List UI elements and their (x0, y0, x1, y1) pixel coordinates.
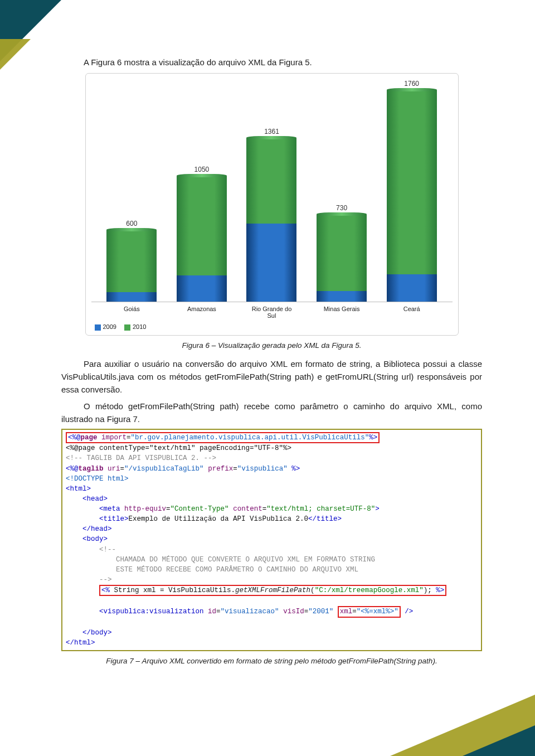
x-label: Ceará (387, 306, 437, 319)
paragraph-3: O método getFromFilePath(String path) re… (61, 400, 482, 426)
bar-goiás: 600 (106, 230, 157, 302)
caption-figure-7: Figura 7 – Arquivo XML convertido em for… (61, 657, 482, 665)
legend-label-2010: 2010 (133, 323, 146, 330)
chart-legend: 2009 2010 (91, 321, 453, 332)
corner-top-left-accent (0, 39, 31, 70)
x-label: Amazonas (177, 306, 227, 319)
bar-ceará: 1760 (387, 90, 437, 302)
intro-paragraph: A Figura 6 mostra a visualização do arqu… (61, 56, 482, 69)
legend-swatch-2009 (95, 324, 101, 331)
bar-value-label: 1050 (177, 166, 227, 173)
paragraph-2: Para auxiliar o usuário na conversão do … (61, 357, 482, 396)
x-label: Goiás (106, 306, 157, 319)
caption-figure-6: Figura 6 – Visualização gerada pelo XML … (61, 341, 482, 350)
chart-figure-6: 600105013617301760 GoiásAmazonasRio Gran… (85, 73, 459, 336)
legend-label-2009: 2009 (103, 323, 116, 330)
corner-bottom-right-dark (463, 725, 535, 756)
bar-amazonas: 1050 (177, 176, 227, 302)
bar-value-label: 730 (317, 204, 367, 212)
x-label: Rio Grande do Sul (246, 306, 296, 319)
bar-value-label: 1361 (246, 128, 296, 135)
code-figure-7: <%@page import="br.gov.planejamento.visp… (61, 429, 482, 651)
bar-rio-grande-do-sul: 1361 (246, 138, 296, 302)
bar-value-label: 1760 (387, 80, 437, 88)
bar-value-label: 600 (106, 220, 157, 227)
legend-swatch-2010 (124, 324, 130, 331)
bar-minas-gerais: 730 (317, 214, 367, 302)
x-label: Minas Gerais (317, 306, 367, 319)
